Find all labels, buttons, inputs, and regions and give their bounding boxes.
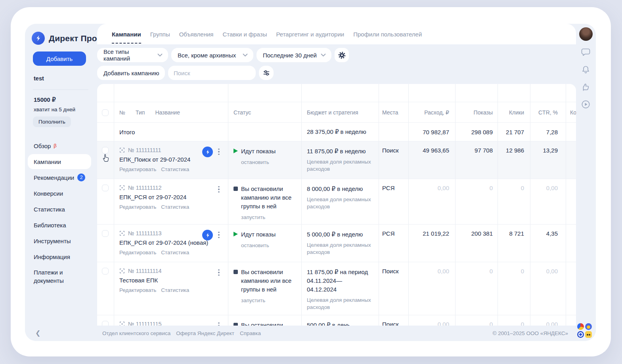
campaign-type-filter[interactable]: Все типы кампаний [97, 48, 168, 62]
tab-retargeting[interactable]: Ретаргетинг и аудитории [276, 31, 344, 38]
start-link[interactable]: запустить [241, 214, 265, 220]
strategy-text: Целевая доля рекламных расходов [307, 297, 374, 311]
support-widget[interactable] [577, 323, 592, 338]
widget-alice-icon [577, 331, 584, 338]
video-play-icon[interactable] [581, 99, 591, 109]
edit-link[interactable]: Редактировать [119, 250, 156, 255]
row-menu-button[interactable] [216, 268, 222, 277]
edit-link[interactable]: Редактировать [119, 166, 156, 172]
statistics-link[interactable]: Статистика [161, 204, 189, 210]
top-tabs: Кампании Группы Объявления Ставки и фраз… [97, 24, 576, 44]
row-checkbox[interactable] [102, 230, 109, 237]
row-checkbox[interactable] [102, 185, 109, 191]
table-row: № 111111115 Вы остановили кампанию или в… [97, 315, 576, 326]
column-header-spend[interactable]: Расход, ₽ [424, 109, 449, 116]
tab-groups[interactable]: Группы [150, 31, 170, 38]
spend-value: 49 963,65 [423, 147, 449, 154]
status-stopped-icon [233, 270, 238, 274]
spend-value: 0,00 [438, 268, 449, 274]
column-header-shows[interactable]: Показы [474, 109, 493, 116]
sidebar-item-payments[interactable]: Платежи и документы [34, 265, 85, 289]
tab-user-profiles[interactable]: Профили пользователей [353, 31, 422, 38]
column-header-conversions[interactable]: Конверсии [570, 109, 576, 116]
brand-name: Директ Про [49, 34, 97, 43]
edit-link[interactable]: Редактировать [119, 204, 156, 210]
campaign-name[interactable]: ЕПК_РСЯ от 29-07-2024 [119, 194, 224, 200]
shows-value: 0 [490, 185, 493, 191]
bell-icon[interactable] [581, 65, 591, 75]
account-name: test [34, 75, 44, 82]
row-menu-button[interactable] [216, 185, 222, 194]
sidebar-divider [33, 90, 88, 90]
table-row: № 111111112 ЕПК_РСЯ от 29-07-2024 Редакт… [97, 179, 576, 225]
column-header-clicks[interactable]: Клики [509, 109, 524, 116]
offer-link[interactable]: Оферта Яндекс Директ [176, 330, 234, 336]
row-checkbox[interactable] [102, 268, 109, 274]
brand-logo[interactable]: Директ Про [32, 32, 97, 45]
statistics-link[interactable]: Статистика [161, 166, 189, 172]
sidebar-menu: Обзор β Кампании Рекомендации 2 Конверси… [34, 138, 97, 289]
sidebar-item-campaigns[interactable]: Кампании [28, 154, 91, 169]
row-menu-button[interactable] [216, 321, 222, 326]
column-settings-button[interactable] [259, 66, 274, 80]
add-button[interactable]: Добавить [33, 51, 86, 66]
totals-spend: 70 982,87 [423, 129, 449, 135]
column-header-type[interactable]: Тип [136, 109, 145, 116]
ctr-value: 0,00 [546, 321, 558, 326]
row-checkbox[interactable] [102, 147, 109, 154]
statistics-link[interactable]: Статистика [161, 287, 189, 293]
user-avatar[interactable] [579, 27, 593, 41]
statistics-link[interactable]: Статистика [161, 250, 189, 255]
edit-link[interactable]: Редактировать [119, 287, 156, 293]
campaign-type-icon [119, 147, 125, 153]
status-stopped-icon [233, 187, 238, 191]
lightning-icon [205, 233, 210, 238]
start-link[interactable]: запустить [241, 297, 265, 303]
search-input[interactable] [174, 70, 250, 76]
clicks-value: 0 [521, 185, 524, 191]
shows-value: 0 [490, 321, 493, 326]
column-header-num[interactable]: № [119, 109, 125, 116]
client-service-link[interactable]: Отдел клиентского сервиса [102, 330, 170, 336]
sidebar-item-overview[interactable]: Обзор β [34, 138, 97, 154]
boost-badge[interactable] [202, 230, 213, 240]
add-campaign-button[interactable]: Добавить кампанию [97, 66, 165, 80]
tab-ads[interactable]: Объявления [179, 31, 214, 38]
chat-icon[interactable] [581, 47, 591, 57]
status-stopped-icon [233, 323, 238, 326]
sidebar-item-information[interactable]: Информация [34, 249, 97, 265]
column-header-name[interactable]: Название [155, 109, 180, 116]
sidebar-item-statistics[interactable]: Статистика [34, 201, 97, 217]
topup-button[interactable]: Пополнить [33, 116, 71, 127]
campaign-type-icon [119, 185, 125, 191]
thumbs-up-icon[interactable] [581, 82, 591, 92]
help-link[interactable]: Справка [240, 330, 261, 336]
tab-campaigns[interactable]: Кампании [112, 31, 141, 38]
budget-value: 5 000,00 ₽ в неделю [307, 230, 375, 239]
spend-value: 0,00 [438, 321, 449, 326]
campaign-type-icon [119, 268, 125, 274]
row-menu-button[interactable] [216, 147, 222, 156]
sidebar-item-conversions[interactable]: Конверсии [34, 185, 97, 201]
tab-bids-phrases[interactable]: Ставки и фразы [222, 31, 267, 38]
row-checkbox[interactable] [102, 321, 109, 326]
campaign-name[interactable]: Тестовая ЕПК [119, 277, 224, 284]
collapse-sidebar-chevron[interactable]: ❮ [35, 329, 40, 337]
select-all-checkbox[interactable] [102, 109, 109, 116]
boost-badge[interactable] [202, 147, 213, 157]
sidebar-item-tools[interactable]: Инструменты [34, 233, 97, 249]
column-header-status[interactable]: Статус [233, 109, 251, 116]
stop-link[interactable]: остановить [241, 242, 269, 248]
sidebar-item-recommendations[interactable]: Рекомендации 2 [34, 170, 97, 185]
gear-icon [338, 51, 346, 59]
period-filter[interactable]: Последние 30 дней [256, 48, 331, 62]
stop-link[interactable]: остановить [241, 159, 269, 165]
column-header-budget[interactable]: Бюджет и стратегия [307, 109, 358, 116]
settings-button[interactable] [335, 48, 349, 62]
sidebar-item-library[interactable]: Библиотека [34, 217, 97, 233]
column-header-ctr[interactable]: CTR, % [538, 109, 558, 116]
column-header-places[interactable]: Места [382, 109, 398, 116]
archive-state-filter[interactable]: Все, кроме архивных [171, 48, 253, 62]
totals-budget: 28 375,00 ₽ в неделю [307, 128, 366, 136]
row-menu-button[interactable] [216, 230, 222, 240]
